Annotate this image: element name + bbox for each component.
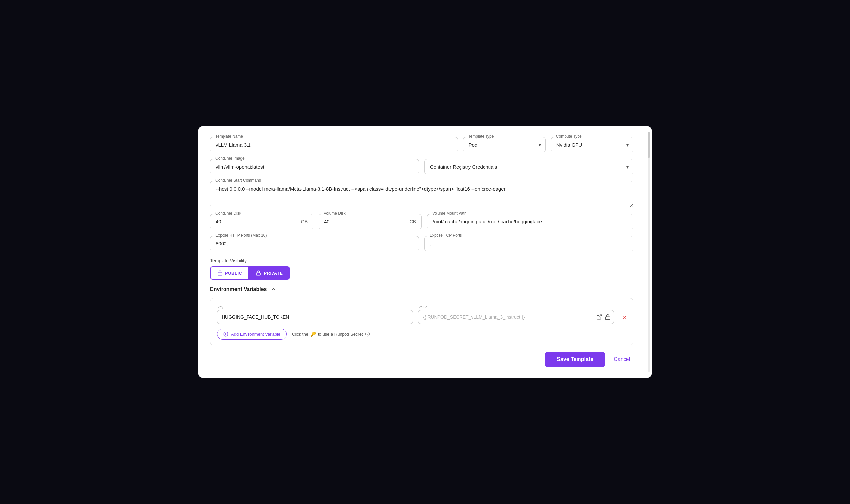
expose-tcp-group: Expose TCP Ports [424, 236, 633, 251]
volume-mount-path-group: Volume Mount Path [427, 214, 633, 229]
private-lock-icon [256, 270, 261, 276]
cancel-button[interactable]: Cancel [610, 352, 633, 367]
env-lock-icon[interactable] [605, 314, 611, 320]
external-link-icon[interactable] [596, 314, 602, 320]
env-section-title: Environment Variables [210, 287, 267, 292]
env-key-group: key [217, 305, 413, 324]
start-command-group: Container Start Command --host 0.0.0.0 -… [210, 181, 633, 207]
visibility-buttons: PUBLIC PRIVATE [210, 267, 633, 280]
container-registry-group: Container Registry Credentials ▾ [424, 159, 633, 175]
row-template-meta: Template Name Template Type Pod Serverle… [210, 137, 633, 152]
env-section-header: Environment Variables [210, 286, 633, 293]
volume-disk-input[interactable] [324, 214, 407, 229]
container-disk-input[interactable] [216, 214, 299, 229]
expose-tcp-input[interactable] [424, 236, 633, 251]
container-image-input[interactable] [210, 159, 419, 175]
visibility-section: Template Visibility PUBLIC [210, 258, 633, 280]
env-key-input[interactable] [217, 310, 413, 324]
env-section-chevron-icon[interactable] [270, 286, 277, 293]
volume-mount-path-label: Volume Mount Path [431, 211, 468, 216]
svg-rect-0 [218, 273, 222, 275]
env-card: key value [210, 298, 633, 345]
template-name-label: Template Name [214, 134, 244, 139]
save-template-button[interactable]: Save Template [545, 352, 605, 367]
modal-overlay: Template Name Template Type Pod Serverle… [0, 0, 850, 504]
env-value-label: value [418, 305, 614, 309]
template-name-input[interactable] [210, 137, 458, 152]
env-delete-button[interactable]: × [622, 314, 626, 321]
container-disk-unit: GB [301, 219, 308, 224]
hint-text-before: Click the [292, 332, 308, 337]
env-variable-row: key value [217, 305, 626, 324]
modal-content: Template Name Template Type Pod Serverle… [210, 137, 640, 367]
template-type-group: Template Type Pod Serverless ▾ [463, 137, 546, 152]
env-value-group: value [418, 305, 614, 324]
start-command-label: Container Start Command [214, 178, 262, 183]
template-type-select[interactable]: Pod Serverless [463, 137, 546, 152]
container-disk-input-wrapper: GB [210, 214, 313, 229]
template-name-group: Template Name [210, 137, 458, 152]
compute-type-label: Compute Type [555, 134, 583, 139]
plus-circle-icon [223, 331, 228, 337]
volume-disk-group: Volume Disk GB [319, 214, 422, 229]
svg-rect-3 [606, 317, 610, 319]
volume-disk-unit: GB [410, 219, 416, 224]
modal-container: Template Name Template Type Pod Serverle… [198, 126, 652, 378]
runpod-secret-hint: Click the 🔑 to use a Runpod Secret [292, 331, 370, 337]
scrollbar-track [648, 132, 650, 372]
start-command-textarea[interactable]: --host 0.0.0.0 --model meta-llama/Meta-L… [210, 181, 633, 207]
expose-tcp-label: Expose TCP Ports [428, 233, 463, 237]
svg-rect-1 [256, 273, 260, 275]
container-registry-select-wrapper: Container Registry Credentials ▾ [424, 159, 633, 175]
expose-http-group: Expose HTTP Ports (Max 10) [210, 236, 419, 251]
volume-mount-path-input[interactable] [427, 214, 633, 229]
env-value-icons [596, 314, 611, 320]
add-env-button[interactable]: Add Environment Variable [217, 328, 287, 340]
key-icon: 🔑 [310, 331, 316, 337]
compute-type-group: Compute Type Nvidia GPU CPU ▾ [551, 137, 633, 152]
row-container-image: Container Image Container Registry Crede… [210, 159, 633, 175]
env-value-input[interactable] [418, 310, 614, 324]
container-image-label: Container Image [214, 156, 246, 161]
info-icon[interactable] [365, 331, 370, 337]
volume-disk-label: Volume Disk [322, 211, 347, 216]
visibility-public-button[interactable]: PUBLIC [210, 267, 249, 280]
svg-line-2 [599, 315, 602, 318]
container-registry-select[interactable]: Container Registry Credentials [424, 159, 633, 175]
template-type-label: Template Type [467, 134, 495, 139]
env-value-wrapper [418, 310, 614, 324]
expose-http-input[interactable] [210, 236, 419, 251]
env-key-label: key [217, 305, 413, 309]
volume-disk-input-wrapper: GB [319, 214, 422, 229]
compute-type-select[interactable]: Nvidia GPU CPU [551, 137, 633, 152]
container-disk-label: Container Disk [214, 211, 243, 216]
row-ports: Expose HTTP Ports (Max 10) Expose TCP Po… [210, 236, 633, 251]
hint-text-after: to use a Runpod Secret [318, 332, 363, 337]
scrollbar-thumb[interactable] [648, 132, 650, 158]
expose-http-label: Expose HTTP Ports (Max 10) [214, 233, 268, 237]
row-disk: Container Disk GB Volume Disk GB Volume … [210, 214, 633, 229]
visibility-label: Template Visibility [210, 258, 633, 263]
container-image-group: Container Image [210, 159, 419, 175]
compute-type-select-wrapper: Nvidia GPU CPU ▾ [551, 137, 633, 152]
visibility-private-button[interactable]: PRIVATE [249, 267, 290, 280]
template-type-select-wrapper: Pod Serverless ▾ [463, 137, 546, 152]
public-lock-icon [217, 270, 223, 276]
env-bottom-row: Add Environment Variable Click the 🔑 to … [217, 328, 626, 340]
public-btn-label: PUBLIC [225, 271, 242, 276]
container-disk-group: Container Disk GB [210, 214, 313, 229]
add-env-label: Add Environment Variable [231, 332, 280, 337]
private-btn-label: PRIVATE [264, 271, 283, 276]
row-start-command: Container Start Command --host 0.0.0.0 -… [210, 181, 633, 207]
modal-footer: Save Template Cancel [210, 352, 633, 367]
